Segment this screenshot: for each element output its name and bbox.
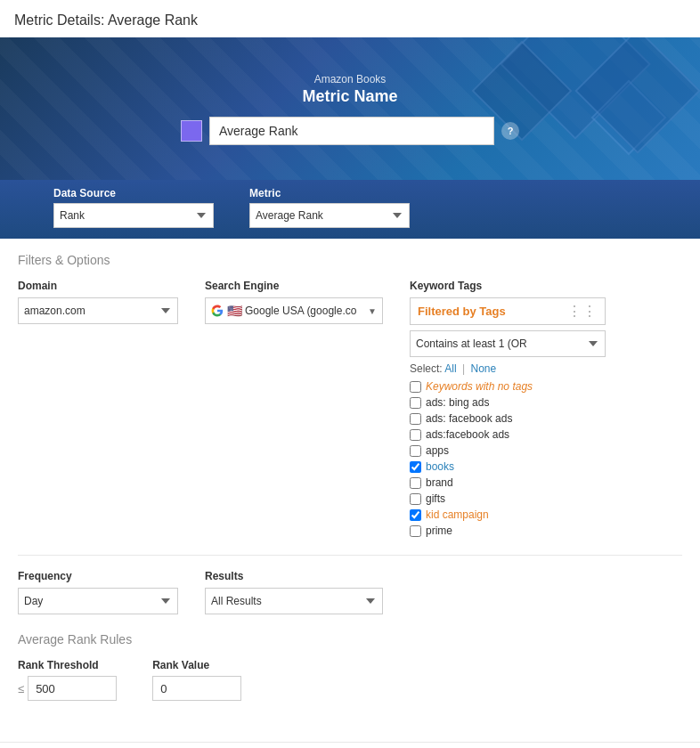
metric-label: Metric [249, 187, 410, 199]
hero-title: Metric Name [302, 87, 397, 106]
rules-section-title: Average Rank Rules [18, 632, 682, 646]
tag-label-facebook-ads-1: ads: facebook ads [426, 412, 512, 425]
tag-label-no-tags: Keywords with no tags [426, 380, 533, 393]
bottom-actions: Remove Save [0, 742, 700, 748]
flag-icon: 🇺🇸 [227, 304, 242, 318]
search-engine-group: Search Engine 🇺🇸 Google USA (google.co ▼ [205, 280, 383, 324]
checkbox-kid-campaign[interactable] [410, 509, 421, 521]
select-all-link[interactable]: All [444, 362, 456, 375]
metric-name-input[interactable] [209, 117, 494, 145]
drag-handle-icon: ⋮⋮ [567, 303, 598, 320]
checkbox-facebook-ads-1[interactable] [410, 413, 421, 425]
checkbox-prime[interactable] [410, 525, 421, 537]
rules-row: Rank Threshold ≤ Rank Value [18, 659, 682, 701]
checkbox-gifts[interactable] [410, 493, 421, 505]
domain-label: Domain [18, 280, 178, 292]
list-item[interactable]: prime [410, 524, 606, 537]
frequency-label: Frequency [18, 570, 178, 582]
less-equal-icon: ≤ [18, 682, 24, 695]
frequency-group: Frequency Day Week Month [18, 570, 178, 614]
filtered-by-tags-button[interactable]: Filtered by Tags ⋮⋮ [410, 297, 606, 325]
tag-label-gifts: gifts [426, 492, 445, 505]
list-item[interactable]: books [410, 460, 606, 473]
hero-input-row: ? [181, 117, 519, 145]
tag-label-prime: prime [426, 524, 452, 537]
list-item[interactable]: Keywords with no tags [410, 380, 606, 393]
hero-selects-row: Data Source Rank Metric Average Rank [0, 180, 700, 239]
list-item[interactable]: gifts [410, 492, 606, 505]
data-source-select[interactable]: Rank [53, 203, 214, 228]
frequency-select[interactable]: Day Week Month [18, 588, 178, 614]
freq-results-row: Frequency Day Week Month Results All Res… [18, 570, 682, 614]
select-none-link[interactable]: None [471, 362, 497, 375]
filtered-by-tags-text: Filtered by Tags [418, 305, 506, 318]
contains-select[interactable]: Contains at least 1 (OR [410, 330, 606, 357]
hero-subtitle: Amazon Books [314, 73, 387, 85]
page-title: Metric Details: Average Rank [0, 0, 700, 37]
search-engine-text: Google USA (google.co [245, 305, 368, 317]
rank-value-label: Rank Value [152, 659, 241, 671]
metric-group: Metric Average Rank [249, 187, 410, 228]
list-item[interactable]: kid campaign [410, 508, 606, 521]
keyword-tags-group: Keyword Tags Filtered by Tags ⋮⋮ Contain… [410, 280, 606, 537]
domain-select[interactable]: amazon.com [18, 297, 178, 324]
rank-value-input[interactable] [152, 676, 241, 701]
list-item[interactable]: ads: facebook ads [410, 412, 606, 425]
data-source-group: Data Source Rank [53, 187, 214, 228]
rank-threshold-group: Rank Threshold ≤ [18, 659, 117, 701]
checkbox-apps[interactable] [410, 445, 421, 457]
metric-select[interactable]: Average Rank [249, 203, 410, 228]
checkbox-list: Keywords with no tags ads: bing ads ads:… [410, 380, 606, 537]
checkbox-books[interactable] [410, 461, 421, 473]
checkbox-facebook-ads-2[interactable] [410, 429, 421, 441]
rank-value-group: Rank Value [152, 659, 241, 701]
help-icon[interactable]: ? [501, 122, 519, 140]
list-item[interactable]: apps [410, 444, 606, 457]
filters-row: Domain amazon.com Search Engine 🇺🇸 Goog [18, 280, 682, 537]
checkbox-brand[interactable] [410, 477, 421, 489]
main-content: Filters & Options Domain amazon.com Sear… [0, 239, 700, 742]
data-source-label: Data Source [53, 187, 214, 199]
keyword-tags-label: Keyword Tags [410, 280, 606, 292]
filters-section-title: Filters & Options [18, 253, 682, 267]
select-label: Select: [410, 362, 443, 375]
rank-threshold-input-wrapper: ≤ [18, 676, 117, 701]
tag-label-brand: brand [426, 476, 453, 489]
results-label: Results [205, 570, 383, 582]
color-swatch[interactable] [181, 120, 202, 142]
list-item[interactable]: ads: bing ads [410, 396, 606, 409]
tag-label-books: books [426, 460, 454, 473]
checkbox-no-tags[interactable] [410, 381, 421, 393]
tag-label-kid-campaign: kid campaign [426, 508, 489, 521]
domain-group: Domain amazon.com [18, 280, 178, 324]
search-engine-label: Search Engine [205, 280, 383, 292]
search-engine-select[interactable]: 🇺🇸 Google USA (google.co ▼ [205, 297, 383, 324]
tag-label-bing-ads: ads: bing ads [426, 396, 489, 409]
chevron-down-icon: ▼ [368, 306, 377, 316]
tag-label-apps: apps [426, 444, 449, 457]
list-item[interactable]: ads:facebook ads [410, 428, 606, 441]
rank-threshold-input[interactable] [28, 676, 117, 701]
section-divider [18, 555, 682, 556]
hero-background-shapes [0, 37, 700, 180]
list-item[interactable]: brand [410, 476, 606, 489]
hero-banner: Amazon Books Metric Name ? [0, 37, 700, 180]
results-select[interactable]: All Results [205, 588, 383, 614]
results-group: Results All Results [205, 570, 383, 614]
pipe-divider: | [462, 362, 465, 375]
rank-threshold-label: Rank Threshold [18, 659, 117, 671]
tag-label-facebook-ads-2: ads:facebook ads [426, 428, 509, 441]
google-icon [211, 305, 224, 317]
select-links: Select: All | None [410, 362, 606, 375]
checkbox-bing-ads[interactable] [410, 397, 421, 409]
